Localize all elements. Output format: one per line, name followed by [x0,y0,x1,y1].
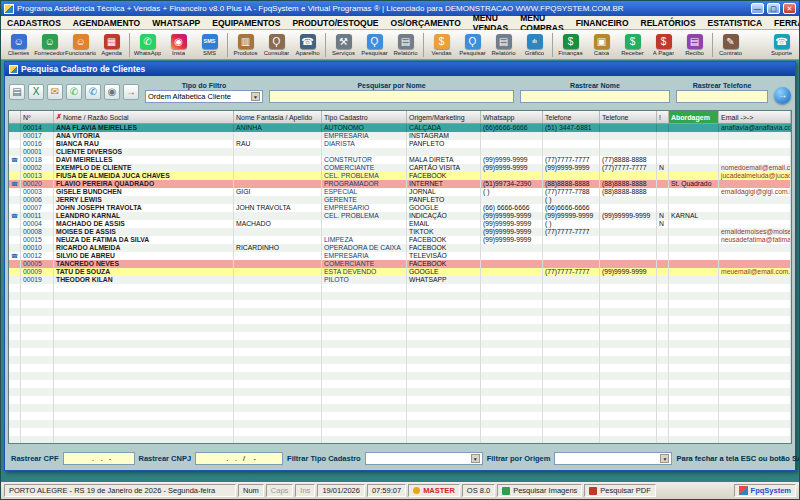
funcionario-button[interactable]: ☺Funcionario [65,31,96,59]
table-row[interactable]: ☎00012SILVIO DE ABREUEMPRESARIATELEVISÃO [9,252,791,260]
go-button[interactable]: → [774,87,791,104]
table-row[interactable]: 00016BIANCA RAURAUDIARISTAPANFLETO [9,140,791,148]
table-row[interactable]: 00008MOISES DE ASSISTIKTOK(99)99999-9999… [9,228,791,236]
whatsapp-button[interactable]: ✆WhatsApp [132,31,163,59]
menu-whatsapp[interactable]: WHATSAPP [146,16,206,29]
search-images-button[interactable]: Pesquisar Imagens [497,484,582,497]
col-header-email-[interactable]: Email ->-> [719,111,791,123]
printer-icon[interactable]: ▤ [9,84,25,100]
table-row[interactable]: 00017ANA VITORIAEMPRESARIAINSTAGRAM [9,132,791,140]
col-header-whatsapp[interactable]: Whatsapp [481,111,543,123]
table-row[interactable]: ☎00018DAVI MEIRELLESCONSTRUTORMALA DIRET… [9,156,791,164]
a-pagar-button[interactable]: $A Pagar [648,31,679,59]
sms-icon[interactable]: ✆ [85,84,101,100]
table-row[interactable]: ☎00020FLAVIO PEREIRA QUADRADOPROGRAMADOR… [9,180,791,188]
menu-agendamento[interactable]: AGENDAMENTO [67,16,146,29]
email-icon[interactable]: ✉ [47,84,63,100]
cnpj-input[interactable] [195,452,283,465]
search-pdf-button[interactable]: Pesquisar PDF [584,484,655,497]
exit-icon[interactable]: → [123,84,139,100]
table-row[interactable]: 00007JOHN JOSEPH TRAVOLTAJOHN TRAVOLTAEM… [9,204,791,212]
close-button[interactable]: ✕ [783,3,796,14]
menu-cadastros[interactable]: CADASTROS [1,16,67,29]
table-row[interactable]: 00005TANCREDO NEVESCOMERCIANTEFACEBOOK [9,260,791,268]
caixa-button[interactable]: ▣Caixa [586,31,617,59]
contrato-button[interactable]: ✎Contrato [715,31,746,59]
menu-estatistica[interactable]: ESTATISTICA [702,16,768,29]
consultar-button[interactable]: ϘConsultar [261,31,292,59]
fornecedor-icon: ☺ [42,34,58,49]
filter-type-value: Ordem Alfabetica Cliente [148,92,231,101]
table-row[interactable]: 00004MACHADO DE ASSISMACHADOEMAIL(99)999… [9,220,791,228]
table-row[interactable]: 00003GISELE BUNDCHENGIGIESPECIALJORNAL( … [9,188,791,196]
recibo-button[interactable]: ▤Recibo [679,31,710,59]
filter-tipo-select[interactable]: ▼ [365,452,483,465]
menu-menu-vendas[interactable]: MENU VENDAS [467,16,514,29]
agenda-button[interactable]: ▦Agenda [96,31,127,59]
cell-flag [657,372,669,380]
col-header-tipo-cadastro[interactable]: Tipo Cadastro [322,111,407,123]
receber-button[interactable]: $Receber [617,31,648,59]
filter-origem-select[interactable]: ▼ [554,452,672,465]
table-row[interactable]: 00002EXEMPLO DE CLIENTECOMERCIANTECARTÃO… [9,164,791,172]
table-row[interactable]: 00014ANA FLAVIA MEIRELLESANINHAAUTONOMOC… [9,124,791,132]
relatorio-vendas-button[interactable]: ▤Relatório [488,31,519,59]
whatsapp-icon[interactable]: ✆ [66,84,82,100]
insta-button[interactable]: ◉Insta [163,31,194,59]
table-row[interactable]: 00006JERRY LEWISGERENTEPANFLETO( ) [9,196,791,204]
grid-body[interactable]: 00014ANA FLAVIA MEIRELLESANINHAAUTONOMOC… [9,124,791,443]
table-row[interactable]: 00010RICARDO ALMEIDARICARDINHOOPERADORA … [9,244,791,252]
excel-icon[interactable]: X [28,84,44,100]
suporte-button[interactable]: ☎Suporte [766,31,797,59]
col-header-nome-raz-o-social[interactable]: ✗Nome / Razão Social [54,111,234,123]
fornecedor-button[interactable]: ☺Fornecedor [34,31,65,59]
table-row[interactable]: 00009TATU DE SOUZAESTA DEVENDOGOOGLE(77)… [9,268,791,276]
filter-type-select[interactable]: Ordem Alfabetica Cliente ▼ [145,90,263,103]
col-header-abordagem[interactable]: Abordagem [669,111,719,123]
minimize-button[interactable]: — [751,3,764,14]
financas-button[interactable]: $Finanças [555,31,586,59]
cell-nome [54,340,234,348]
photo-icon[interactable]: ◉ [104,84,120,100]
cell-tipo [322,372,407,380]
table-row[interactable]: 00001CLIENTE DIVERSOS [9,148,791,156]
grafico-button[interactable]: ılıGráfico [519,31,550,59]
table-row[interactable]: 00015NEUZA DE FATIMA DA SILVALIMPEZAFACE… [9,236,791,244]
cell-whatsapp [481,148,543,156]
cell-email [719,428,791,436]
aparelho-button[interactable]: ☎Aparelho [292,31,323,59]
menu-relat-rios[interactable]: RELATÓRIOS [635,16,702,29]
relatorio-os-button[interactable]: ▤Relatório [390,31,421,59]
sms-button[interactable]: SMSSMS [194,31,225,59]
trace-name-input[interactable] [520,90,670,103]
table-row[interactable]: 00019THEODOR KILANPILOTOWHATSAPP [9,276,791,284]
cell-whatsapp [481,348,543,356]
table-row[interactable]: ☎00011LEANDRO KARNALCEL. PROBLEMAINDICAÇ… [9,212,791,220]
maximize-button[interactable]: ▢ [767,3,780,14]
vendas-button[interactable]: $Vendas [426,31,457,59]
menu-produto-estoque[interactable]: PRODUTO/ESTOQUE [286,16,384,29]
col-header-n-[interactable]: Nº [21,111,54,123]
servicos-button[interactable]: ⚒Serviços [328,31,359,59]
menu-financeiro[interactable]: FINANCEIRO [570,16,635,29]
col-header-telefone[interactable]: Telefone [543,111,600,123]
menu-os-or-amento[interactable]: OS/ORÇAMENTO [385,16,467,29]
pesquisar-vendas-button[interactable]: ϘPesquisar [457,31,488,59]
table-row[interactable]: 00013FIUSA DE ALMEIDA JUCA CHAVESCEL. PR… [9,172,791,180]
clientes-button[interactable]: ☺Clientes [3,31,34,59]
produtos-button[interactable]: ▥Produtos [230,31,261,59]
cell-nome [54,396,234,404]
trace-phone-input[interactable] [676,90,768,103]
cell-fantasia [234,228,322,236]
cpf-input[interactable] [63,452,135,465]
menu-equipamentos[interactable]: EQUIPAMENTOS [206,16,286,29]
menu-menu-compras[interactable]: MENU COMPRAS [514,16,569,29]
search-name-input[interactable] [269,90,514,103]
col-header--[interactable]: ! [657,111,669,123]
col-header-origem-marketing[interactable]: Origem/Marketing [407,111,481,123]
menu-ferramentas[interactable]: FERRAMENTAS [768,16,800,29]
cell-flag [657,348,669,356]
col-header-nome-fantasia-apelido[interactable]: Nome Fantasia / Apelido [234,111,322,123]
pesquisar-os-button[interactable]: ϘPesquisar [359,31,390,59]
col-header-telefone[interactable]: Telefone [600,111,657,123]
